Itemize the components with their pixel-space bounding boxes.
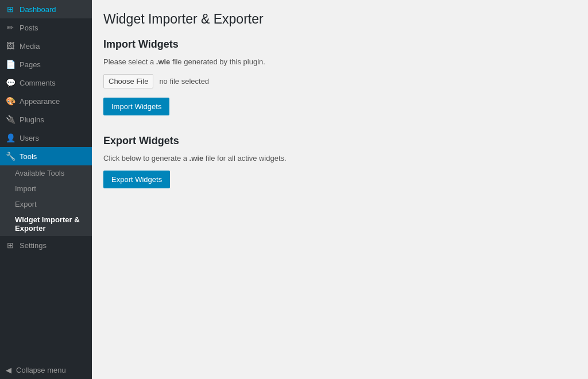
posts-icon: ✏ [6,23,15,32]
sidebar: ⊞ Dashboard ✏ Posts 🖼 Media 📄 Pages 💬 Co… [0,0,92,379]
sidebar-item-dashboard[interactable]: ⊞ Dashboard [0,0,92,18]
choose-file-button[interactable]: Choose File [103,74,153,88]
export-widgets-button[interactable]: Export Widgets [103,171,170,188]
sidebar-item-available-tools[interactable]: Available Tools [0,165,92,181]
sidebar-item-widget-importer-exporter[interactable]: Widget Importer & Exporter [0,212,92,236]
sidebar-item-posts[interactable]: ✏ Posts [0,18,92,37]
sidebar-item-label: Plugins [20,115,44,124]
import-section-desc: Please select a .wie file generated by t… [103,57,577,66]
sidebar-item-label: Comments [20,79,56,87]
file-name-label: no file selected [159,77,209,86]
export-section-title: Export Widgets [103,135,577,147]
sidebar-item-label: Appearance [20,97,60,106]
settings-icon: ⊞ [6,241,15,250]
plugins-icon: 🔌 [6,115,15,124]
main-content: Widget Importer & Exporter Import Widget… [92,0,588,379]
dashboard-icon: ⊞ [6,5,15,14]
export-desc-start: Click below to generate a [103,154,189,163]
sidebar-item-label: Media [20,42,40,51]
collapse-icon: ◀ [6,366,11,374]
sidebar-item-settings[interactable]: ⊞ Settings [0,236,92,254]
media-icon: 🖼 [6,41,15,51]
import-section-title: Import Widgets [103,38,577,51]
sidebar-item-plugins[interactable]: 🔌 Plugins [0,110,92,129]
sidebar-item-label: Settings [20,241,47,250]
pages-icon: 📄 [6,60,15,69]
import-widgets-button[interactable]: Import Widgets [103,98,169,115]
sidebar-item-tools[interactable]: 🔧 Tools [0,147,92,165]
appearance-icon: 🎨 [6,96,15,106]
users-icon: 👤 [6,133,15,142]
sidebar-item-media[interactable]: 🖼 Media [0,37,92,55]
export-section-desc: Click below to generate a .wie file for … [103,154,577,163]
sidebar-item-import[interactable]: Import [0,181,92,196]
import-file-ext: .wie [156,57,171,66]
file-input-row: Choose File no file selected [103,74,577,88]
collapse-menu[interactable]: ◀ Collapse menu [0,361,92,379]
sidebar-item-users[interactable]: 👤 Users [0,129,92,147]
tools-submenu: Available Tools Import Export Widget Imp… [0,165,92,236]
import-desc-end: file generated by this plugin. [170,57,265,66]
import-section: Import Widgets Please select a .wie file… [103,38,577,129]
sidebar-item-export[interactable]: Export [0,196,92,212]
export-desc-end: file for all active widgets. [203,154,287,163]
sidebar-item-label: Users [20,134,39,142]
import-desc-start: Please select a [103,57,156,66]
sidebar-item-pages[interactable]: 📄 Pages [0,55,92,74]
sidebar-item-comments[interactable]: 💬 Comments [0,74,92,92]
page-title: Widget Importer & Exporter [103,11,577,27]
sidebar-item-label: Tools [20,152,37,161]
export-section: Export Widgets Click below to generate a… [103,135,577,202]
export-file-ext: .wie [189,154,204,163]
sidebar-item-label: Pages [20,60,41,69]
tools-icon: 🔧 [6,152,15,161]
sidebar-item-label: Dashboard [20,5,56,14]
sidebar-item-label: Posts [20,24,38,32]
sidebar-item-appearance[interactable]: 🎨 Appearance [0,92,92,110]
comments-icon: 💬 [6,78,15,87]
collapse-label: Collapse menu [16,366,66,374]
